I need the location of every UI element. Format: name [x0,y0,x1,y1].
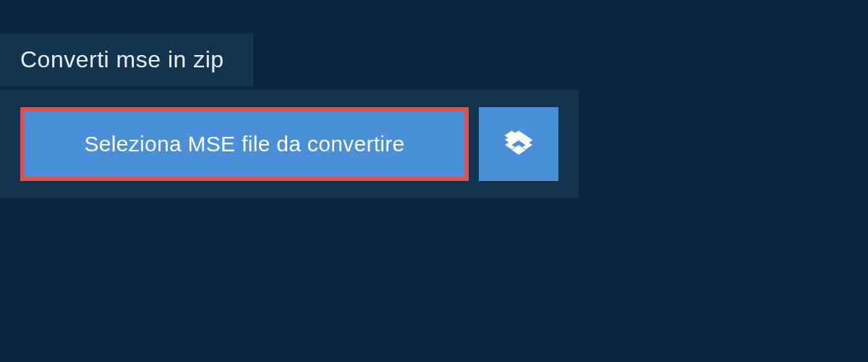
select-file-label: Seleziona MSE file da convertire [84,132,404,156]
dropbox-icon [505,129,532,159]
select-file-button[interactable]: Seleziona MSE file da convertire [20,107,469,181]
dropbox-button[interactable] [479,107,558,181]
tab-title: Converti mse in zip [20,46,224,72]
upload-panel: Seleziona MSE file da convertire [0,90,579,198]
tab-convert-mse-zip[interactable]: Converti mse in zip [0,33,253,86]
tab-bar: Converti mse in zip [0,33,253,86]
